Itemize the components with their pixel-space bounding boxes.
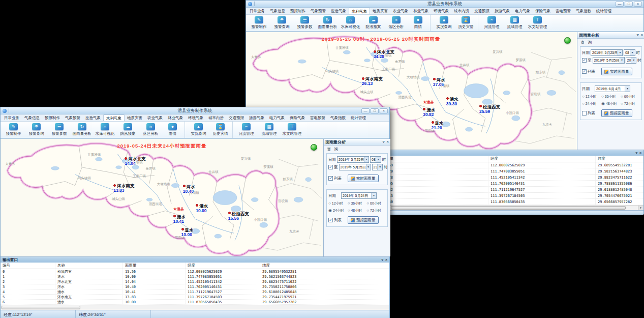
menu-tab[interactable]: 气象信息	[267, 8, 288, 14]
ribbon-button[interactable]: 面雨量分析	[71, 122, 94, 138]
close-icon[interactable]: ×	[641, 32, 643, 38]
map-locate-button[interactable]	[311, 144, 317, 151]
maximize-button[interactable]: □	[371, 108, 379, 113]
titlebar[interactable]: 澧县业务制作系统 — □ ×	[1, 107, 389, 114]
menu-tab[interactable]: 电力气象	[267, 114, 287, 121]
ribbon-button[interactable]: 预警参数	[48, 122, 71, 138]
ribbon-button[interactable]: 防汛预案	[362, 15, 385, 31]
scroll-right-arrow-icon[interactable]: ▸	[638, 206, 643, 210]
to-checkbox[interactable]: ✓	[582, 58, 587, 63]
table-row[interactable]: 5 涔水南支 13.83 111.397267184503 29.7354471…	[1, 295, 389, 300]
ribbon-button[interactable]: 流域管理	[258, 122, 281, 138]
menu-tab[interactable]: 日常业务	[247, 8, 267, 14]
to-hour-select[interactable]: 23▾	[372, 164, 383, 170]
realtime-rainfall-button[interactable]: 实时面雨量	[601, 68, 632, 75]
close-icon[interactable]: ×	[387, 139, 389, 145]
table-row[interactable]: 4 澹水 10.41 111.711219647527 29.618801248…	[1, 290, 389, 295]
ribbon-button[interactable]: 雨情	[162, 122, 185, 138]
duration-radio[interactable]: ○72小时	[366, 208, 386, 213]
menu-tab[interactable]: 日常业务	[2, 114, 22, 121]
pin-icon[interactable]: ▿	[381, 257, 383, 263]
list-checkbox[interactable]: ✓	[328, 176, 333, 181]
ribbon-button[interactable]: 历史灾情	[455, 15, 478, 31]
to-hour-select[interactable]: 20▾	[626, 57, 637, 64]
menu-tab[interactable]: 水利气象	[349, 8, 370, 14]
ribbon-button[interactable]: 落区分析	[139, 122, 162, 138]
pin-icon[interactable]: ▿	[383, 139, 385, 145]
menu-tab[interactable]: 气象预警	[308, 8, 328, 14]
forecast-list-checkbox[interactable]: ✓	[328, 218, 333, 222]
table-row[interactable]: 3 涔水 10.40 111.762005146431 29.735021175…	[1, 284, 389, 290]
table-row[interactable]: 0 松滋西支 15.56 112.008025625029 29.6895549…	[1, 269, 389, 274]
ribbon-button[interactable]: 预警制作	[248, 15, 270, 31]
menu-tab[interactable]: 应急气象	[83, 114, 103, 121]
menu-tab[interactable]: 农业气象	[145, 114, 165, 121]
from-date-select[interactable]: 2019年 5月25日▾	[591, 49, 623, 56]
menu-tab[interactable]: 气象指数	[328, 114, 348, 121]
scrollbar-thumb[interactable]	[391, 206, 626, 210]
table-row[interactable]: 2 涔水北支 14.04 111.452105411342 29.8823475…	[1, 279, 389, 284]
menu-tab[interactable]: 保险气象	[533, 8, 553, 14]
ribbon-button[interactable]: 水文站管理	[526, 15, 549, 31]
menu-tab[interactable]: 旅游气象	[492, 8, 512, 14]
close-icon[interactable]: ×	[385, 257, 387, 263]
minimize-button[interactable]: —	[361, 108, 370, 113]
map-locate-button[interactable]	[564, 37, 571, 44]
horizontal-scrollbar[interactable]	[1, 305, 389, 310]
forecast-rainfall-button[interactable]: 预报面雨量	[601, 109, 632, 117]
map-view[interactable]: 太青乡甘溪滩镇火连坡镇金罗镇复兴镇码头铺镇王家厂镇盐井镇大堰垱镇梦溪镇如东镇涔南…	[1, 139, 323, 256]
pin-icon[interactable]: ▿	[637, 32, 639, 38]
list-checkbox[interactable]: ✓	[582, 69, 587, 74]
ribbon-button[interactable]: 预警制作	[2, 122, 25, 138]
duration-radio[interactable]: ○12小时	[328, 201, 348, 206]
duration-radio[interactable]: ○36小时	[348, 201, 367, 206]
menu-tab[interactable]: 气象预警	[63, 114, 83, 121]
menu-tab[interactable]: 林业气象	[411, 8, 431, 14]
menu-tab[interactable]: 环境气象	[186, 114, 206, 121]
ribbon-button[interactable]: 历史灾情	[210, 122, 233, 138]
table-row[interactable]: 6 澧水 10.00 111.830565050435 29.656685795…	[1, 300, 389, 305]
from-date-select[interactable]: 2019年 5月25日▾	[337, 156, 369, 163]
close-button[interactable]: ×	[634, 2, 642, 7]
menu-tab[interactable]: 农业气象	[390, 8, 411, 14]
duration-radio[interactable]: ○48小时	[348, 208, 367, 213]
ribbon-button[interactable]: 流域管理	[503, 15, 526, 31]
ribbon-button[interactable]: 落区分析	[385, 15, 408, 31]
forecast-list-checkbox[interactable]	[582, 111, 587, 115]
menu-tab[interactable]: 交通预报	[472, 8, 492, 14]
menu-tab[interactable]: 城市内涝	[206, 114, 226, 121]
forecast-rainfall-button[interactable]: 预报面雨量	[348, 216, 379, 224]
ribbon-button[interactable]: 实况查询	[433, 15, 455, 31]
duration-radio[interactable]: ◉24小时	[328, 208, 348, 213]
to-date-select[interactable]: 2019年 5月25日▾	[593, 57, 625, 64]
close-icon[interactable]: ×	[639, 151, 641, 156]
menu-tab[interactable]: 预报制作	[288, 8, 308, 14]
ribbon-button[interactable]: 河流管理	[480, 15, 503, 31]
forecast-date-select[interactable]: 2019年 6月 4日▾	[595, 85, 630, 92]
to-date-select[interactable]: 2019年 5月25日▾	[339, 164, 371, 170]
menu-tab[interactable]: 交通预报	[226, 114, 247, 121]
menu-tab[interactable]: 雷电预警	[553, 8, 573, 14]
duration-radio[interactable]: ○72小时	[621, 101, 640, 106]
menu-tab[interactable]: 地质灾害	[370, 8, 390, 14]
maximize-button[interactable]: □	[625, 2, 633, 7]
menu-tab[interactable]: 气象指数	[573, 8, 594, 14]
close-button[interactable]: ×	[380, 108, 388, 113]
ribbon-button[interactable]: 预警查询	[270, 15, 293, 31]
menu-tab[interactable]: 林业气象	[165, 114, 186, 121]
ribbon-button[interactable]: 面雨量分析	[316, 15, 339, 31]
minimize-button[interactable]: —	[616, 2, 624, 7]
ribbon-button[interactable]: 防汛预案	[116, 122, 139, 138]
menu-tab[interactable]: 保险气象	[287, 114, 308, 121]
ribbon-button[interactable]: 预警参数	[293, 15, 316, 31]
ribbon-button[interactable]: 雨情	[408, 15, 431, 31]
forecast-date-select[interactable]: 2019年 5月24日▾	[341, 192, 377, 199]
menu-tab[interactable]: 城市内涝	[451, 8, 472, 14]
table-row[interactable]: 1 道水 10.00 111.747083055051 29.582156374…	[1, 274, 389, 279]
ribbon-button[interactable]: 预警查询	[25, 122, 48, 138]
titlebar[interactable]: 澧县业务制作系统 — □ ×	[246, 1, 643, 8]
duration-radio[interactable]: ○60小时	[621, 94, 640, 99]
duration-radio[interactable]: ○12小时	[582, 94, 601, 99]
duration-radio[interactable]: ○36小时	[601, 94, 621, 99]
menu-tab[interactable]: 应急气象	[328, 8, 349, 14]
